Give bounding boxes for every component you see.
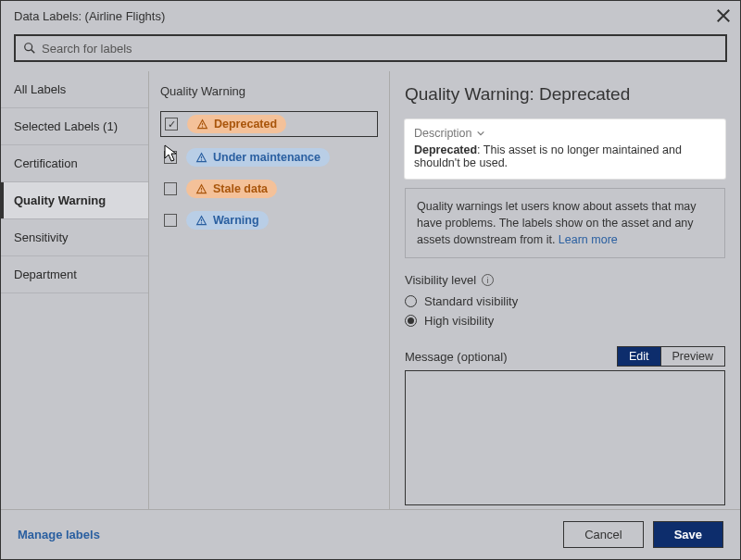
warning-icon <box>196 118 208 131</box>
radio-label: High visibility <box>424 314 494 328</box>
description-box: Description Deprecated: This asset is no… <box>405 119 725 179</box>
save-button[interactable]: Save <box>653 521 723 548</box>
manage-labels-link[interactable]: Manage labels <box>18 528 100 541</box>
checkbox-under-maintenance[interactable] <box>164 151 177 164</box>
message-tabs: Edit Preview <box>617 346 725 367</box>
description-name: Deprecated <box>414 143 477 156</box>
tab-preview[interactable]: Preview <box>660 346 725 367</box>
checkbox-deprecated[interactable] <box>165 118 178 131</box>
label-list-panel: Quality Warning Deprecated Under mainten… <box>149 71 390 509</box>
sidebar-item-department[interactable]: Department <box>1 256 148 293</box>
visibility-label: Visibility level <box>405 273 476 287</box>
search-box[interactable] <box>14 34 727 62</box>
pill-label: Stale data <box>213 182 268 195</box>
dialog-title: Data Labels: (Airline Flights) <box>14 9 165 23</box>
data-labels-dialog: Data Labels: (Airline Flights) All Label… <box>0 0 741 560</box>
tab-edit[interactable]: Edit <box>617 346 660 367</box>
pill-deprecated: Deprecated <box>187 115 286 133</box>
close-button[interactable] <box>714 6 733 25</box>
radio-high-visibility[interactable]: High visibility <box>405 314 725 328</box>
pill-stale-data: Stale data <box>186 180 277 198</box>
radio-label: Standard visibility <box>424 294 518 308</box>
footer-buttons: Cancel Save <box>563 521 723 548</box>
cancel-button[interactable]: Cancel <box>563 521 643 548</box>
sidebar-item-sensitivity[interactable]: Sensitivity <box>1 219 148 256</box>
close-icon <box>714 6 733 25</box>
pill-label: Under maintenance <box>213 151 320 164</box>
svg-point-7 <box>201 191 202 192</box>
warning-icon <box>195 152 207 164</box>
search-wrap <box>1 29 740 71</box>
description-toggle[interactable]: Description <box>414 127 716 140</box>
label-row-deprecated[interactable]: Deprecated <box>160 111 378 137</box>
sidebar-item-all-labels[interactable]: All Labels <box>1 71 148 108</box>
radio-icon <box>405 295 417 307</box>
svg-point-5 <box>201 159 202 160</box>
pill-label: Deprecated <box>214 118 277 131</box>
message-textarea[interactable] <box>405 370 725 505</box>
detail-panel: Quality Warning: Deprecated Description … <box>390 71 740 509</box>
label-row-warning[interactable]: Warning <box>160 209 378 231</box>
sidebar-item-certification[interactable]: Certification <box>1 145 148 182</box>
chevron-down-icon <box>476 129 485 138</box>
warning-icon <box>195 183 207 195</box>
description-label: Description <box>414 127 472 140</box>
pill-label: Warning <box>213 214 259 227</box>
label-row-stale-data[interactable]: Stale data <box>160 178 378 200</box>
pill-warning: Warning <box>186 211 269 230</box>
label-row-under-maintenance[interactable]: Under maintenance <box>160 146 378 168</box>
message-label: Message (optional) <box>405 350 508 364</box>
info-icon[interactable]: i <box>482 274 494 286</box>
radio-standard-visibility[interactable]: Standard visibility <box>405 294 725 308</box>
radio-icon <box>405 315 417 327</box>
svg-point-0 <box>25 44 32 51</box>
info-text: Quality warnings let users know about as… <box>417 200 697 246</box>
learn-more-link[interactable]: Learn more <box>559 233 618 246</box>
info-box: Quality warnings let users know about as… <box>405 188 725 258</box>
sidebar-item-selected-labels[interactable]: Selected Labels (1) <box>1 108 148 145</box>
checkbox-stale-data[interactable] <box>164 182 177 195</box>
svg-point-9 <box>201 222 202 223</box>
dialog-body: All Labels Selected Labels (1) Certifica… <box>1 71 740 509</box>
search-input[interactable] <box>42 42 718 56</box>
visibility-label-row: Visibility level i <box>405 273 725 287</box>
dialog-footer: Manage labels Cancel Save <box>1 509 740 559</box>
titlebar: Data Labels: (Airline Flights) <box>1 1 740 29</box>
svg-point-3 <box>202 126 203 127</box>
checkbox-warning[interactable] <box>164 214 177 227</box>
message-header-row: Message (optional) Edit Preview <box>405 346 725 367</box>
pill-under-maintenance: Under maintenance <box>186 148 330 167</box>
sidebar-item-quality-warning[interactable]: Quality Warning <box>1 182 148 219</box>
search-icon <box>23 42 36 55</box>
warning-icon <box>195 215 207 227</box>
svg-line-1 <box>31 50 35 54</box>
label-list-title: Quality Warning <box>160 84 378 98</box>
sidebar: All Labels Selected Labels (1) Certifica… <box>1 71 149 509</box>
description-body: Deprecated: This asset is no longer main… <box>414 143 716 169</box>
detail-heading: Quality Warning: Deprecated <box>405 84 725 105</box>
